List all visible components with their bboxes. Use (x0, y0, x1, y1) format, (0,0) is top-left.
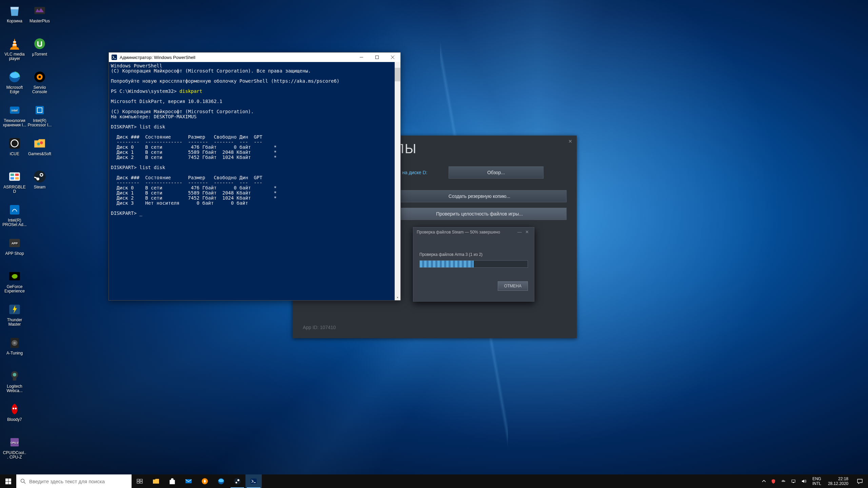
icon-label: Steam (34, 185, 46, 189)
system-tray: ENGINTL 22:1828.12.2020 (760, 474, 868, 488)
powershell-output[interactable]: Windows PowerShell (C) Корпорация Майкро… (109, 62, 400, 300)
svg-rect-11 (15, 177, 19, 180)
desktop-icon-app-shop[interactable]: APPAPP Shop (2, 235, 27, 268)
verify-dialog-title: Проверка файлов Steam — 50% завершено (417, 230, 516, 235)
svg-point-60 (237, 479, 239, 481)
verify-progress-bar (419, 260, 528, 268)
taskbar: ENGINTL 22:1828.12.2020 (0, 474, 868, 488)
start-button[interactable] (0, 474, 16, 488)
desktop-icon-intel-proset[interactable]: Intel(R) PROSet Ad... (2, 201, 27, 235)
desktop-icon-bloody[interactable]: Bloody7 (2, 401, 27, 434)
svg-rect-47 (5, 482, 8, 484)
scroll-down-button[interactable]: ▾ (395, 294, 400, 300)
svg-rect-45 (5, 479, 8, 481)
desktop-icon-steam[interactable]: Steam (27, 168, 52, 201)
verify-minimize-button[interactable]: — (516, 229, 524, 235)
desktop-icon-cpuz[interactable]: CPU-ZCPUIDCool... CPU-Z (2, 434, 27, 467)
desktop-icon-logitech[interactable]: Logitech Webca... (2, 367, 27, 401)
desktop-icons: Корзина VLC media player Microsoft Edge … (2, 2, 52, 467)
desktop-icon-utorrent[interactable]: μTorrent (27, 35, 52, 68)
desktop-icon-masterplus[interactable]: MasterPlus (27, 2, 52, 35)
taskbar-store[interactable] (164, 474, 180, 488)
svg-point-36 (34, 171, 46, 183)
svg-text:intel: intel (12, 109, 18, 112)
tray-notifications[interactable] (852, 474, 868, 488)
svg-rect-55 (170, 480, 175, 484)
tray-show-hidden-icon[interactable] (760, 474, 768, 488)
close-button[interactable] (385, 53, 400, 62)
tray-security-icon[interactable] (768, 474, 778, 488)
tray-clock[interactable]: 22:1828.12.2020 (825, 476, 852, 486)
icon-label: Games&Soft (28, 152, 51, 156)
icon-label: GeForce Experience (2, 285, 27, 293)
desktop-icon-intel-processor[interactable]: Intel(R) Processor I... (27, 102, 52, 135)
tray-onedrive-icon[interactable] (778, 474, 789, 488)
taskbar-mail[interactable] (180, 474, 197, 488)
svg-text:APP: APP (12, 242, 18, 245)
tray-network-icon[interactable] (789, 474, 799, 488)
steam-backup-button[interactable]: Создать резервную копию... (392, 190, 567, 202)
svg-rect-0 (13, 41, 16, 43)
verify-close-button[interactable]: ✕ (524, 229, 531, 235)
icon-label: APP Shop (5, 251, 24, 256)
verify-progress-fill (420, 261, 474, 267)
desktop-icon-intel-storage[interactable]: intelТехнология хранения I... (2, 102, 27, 135)
desktop-icon-games-folder[interactable]: Games&Soft (27, 135, 52, 168)
taskbar-file-explorer[interactable] (148, 474, 164, 488)
icon-label: CPUIDCool... CPU-Z (2, 451, 27, 460)
desktop-icon-serviio[interactable]: Serviio Console (27, 68, 52, 102)
desktop-icon-icue[interactable]: iCUE (2, 135, 27, 168)
icon-label: Logitech Webca... (2, 384, 27, 393)
desktop-icon-geforce[interactable]: GeForce Experience (2, 268, 27, 301)
svg-rect-52 (140, 479, 142, 481)
desktop-icon-asrock-rgb[interactable]: ASRRGBLED (2, 168, 27, 201)
desktop-icon-thunder-master[interactable]: Thunder Master (2, 301, 27, 334)
svg-point-61 (236, 482, 237, 484)
icon-label: Корзина (7, 19, 22, 23)
svg-point-23 (13, 408, 14, 409)
taskbar-edge[interactable] (213, 474, 229, 488)
tray-volume-icon[interactable] (799, 474, 809, 488)
taskbar-app-orange[interactable] (197, 474, 213, 488)
desktop-icon-atuning[interactable]: A-Tuning (2, 334, 27, 367)
taskbar-powershell[interactable] (245, 474, 262, 488)
svg-point-21 (13, 373, 17, 377)
scroll-thumb[interactable] (395, 68, 400, 81)
svg-rect-54 (140, 482, 142, 483)
icon-label: Технология хранения I... (2, 119, 27, 127)
svg-rect-48 (8, 482, 11, 484)
svg-rect-56 (185, 479, 192, 483)
verify-cancel-button[interactable]: ОТМЕНА (498, 281, 528, 291)
steam-verify-button[interactable]: Проверить целостность файлов игры... (392, 208, 567, 220)
icon-label: Thunder Master (2, 318, 27, 327)
powershell-title: Администратор: Windows PowerShell (120, 55, 354, 60)
svg-rect-42 (376, 56, 379, 59)
maximize-button[interactable] (369, 53, 385, 62)
minimize-button[interactable] (354, 53, 369, 62)
steam-browse-button[interactable]: Обзор... (449, 166, 544, 179)
tray-language[interactable]: ENGINTL (809, 476, 825, 486)
icon-label: Serviio Console (27, 85, 52, 94)
task-view-button[interactable] (132, 474, 148, 488)
desktop-icon-recycle-bin[interactable]: Корзина (2, 2, 27, 35)
svg-point-28 (34, 38, 45, 49)
taskbar-search[interactable] (16, 474, 132, 488)
svg-point-19 (14, 342, 16, 344)
taskbar-steam[interactable] (229, 474, 245, 488)
desktop-icon-edge[interactable]: Microsoft Edge (2, 68, 27, 102)
powershell-icon (112, 55, 117, 60)
svg-rect-9 (15, 174, 19, 176)
desktop-icon-vlc[interactable]: VLC media player (2, 35, 27, 68)
svg-point-31 (39, 76, 41, 78)
steam-close-button[interactable]: ✕ (568, 139, 573, 144)
svg-point-49 (21, 479, 24, 483)
svg-text:CPU-Z: CPU-Z (11, 441, 19, 444)
icon-label: A-Tuning (6, 351, 23, 355)
powershell-window: Администратор: Windows PowerShell Window… (108, 52, 401, 301)
search-input[interactable] (29, 479, 127, 484)
icon-label: μTorrent (32, 52, 47, 57)
scrollbar[interactable]: ▴ ▾ (395, 62, 400, 300)
powershell-titlebar[interactable]: Администратор: Windows PowerShell (109, 53, 400, 62)
steam-verify-dialog: Проверка файлов Steam — 50% завершено — … (413, 227, 534, 302)
svg-rect-64 (793, 482, 794, 483)
